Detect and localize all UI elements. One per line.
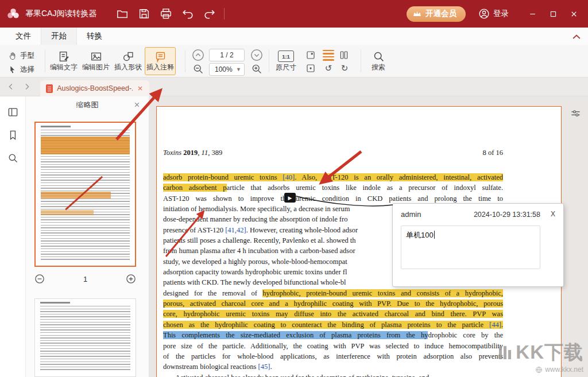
panel-close-icon[interactable] xyxy=(133,101,141,108)
tab-close-icon[interactable] xyxy=(137,85,144,92)
text-line: pore size of the particle. Additionally,… xyxy=(163,341,503,351)
text-line: downstream biological reactions [45]. xyxy=(163,362,503,372)
original-size-label: 原尺寸 xyxy=(276,63,296,72)
previous-page-button[interactable] xyxy=(192,49,204,61)
comment-close-button[interactable]: X xyxy=(549,209,557,219)
search-icon xyxy=(373,50,385,63)
close-button[interactable] xyxy=(566,6,581,21)
open-membership-label: 开通会员 xyxy=(425,9,457,19)
comment-text-input[interactable]: 单机100 xyxy=(401,226,540,269)
thumbnail-text-block xyxy=(41,126,71,127)
document-tab-bar: Auslogics-BoostSpeed-... xyxy=(0,77,588,96)
undo-icon[interactable] xyxy=(181,7,194,20)
globe-icon xyxy=(535,366,543,374)
view-settings-icon[interactable] xyxy=(570,108,581,119)
rotate-left-icon[interactable]: ↺ xyxy=(323,63,334,74)
bookmarks-icon[interactable] xyxy=(7,130,18,141)
collapse-ribbon-icon[interactable] xyxy=(571,31,582,41)
text-line: Activated charcoal has already been used… xyxy=(163,372,503,377)
next-page-button[interactable] xyxy=(250,49,263,61)
tab-home[interactable]: 开始 xyxy=(41,28,77,45)
insert-annotation-icon xyxy=(154,50,167,63)
crown-icon xyxy=(412,9,422,19)
search-button[interactable]: 搜索 xyxy=(365,47,392,75)
zoom-in-icon[interactable] xyxy=(251,63,262,75)
page-thumbnail-2[interactable] xyxy=(34,298,136,377)
zoom-out-icon[interactable] xyxy=(192,63,204,75)
search-label: 搜索 xyxy=(372,63,385,72)
thumbnail-pager: 1 xyxy=(34,271,136,286)
document-tab[interactable]: Auslogics-BoostSpeed-... xyxy=(40,80,149,96)
watermark-name: KK下载 xyxy=(516,340,583,366)
zoom-thumb-out-icon[interactable] xyxy=(34,274,45,284)
text-line: porous, activated charcoal core and a hy… xyxy=(163,298,503,309)
text-line: of the particles for whole-blood applica… xyxy=(163,351,503,362)
insert-annotation-button[interactable]: 插入注释 xyxy=(145,47,176,75)
text-line: carbon adsorbent particle that adsorbs u… xyxy=(163,182,503,193)
current-page-number: 1 xyxy=(83,275,87,283)
document-tab-title: Auslogics-BoostSpeed-... xyxy=(57,84,133,92)
document-icon xyxy=(46,84,53,93)
open-membership-button[interactable]: 开通会员 xyxy=(407,6,466,22)
document-page-header: Toxins 2019, 11, 389 8 of 16 xyxy=(163,149,503,157)
ribbon-divider xyxy=(361,50,361,72)
select-tool-button[interactable]: 选择 xyxy=(8,64,34,75)
doc-header-right: 8 of 16 xyxy=(483,149,503,157)
open-folder-icon[interactable] xyxy=(116,7,129,20)
tab-scroll-right-icon[interactable] xyxy=(22,81,32,92)
edit-image-button[interactable]: 编辑图片 xyxy=(80,47,111,75)
edit-text-button[interactable]: 编辑文字 xyxy=(48,47,79,75)
print-icon[interactable] xyxy=(160,7,172,20)
login-label: 登录 xyxy=(493,9,509,19)
redo-icon[interactable] xyxy=(203,7,216,20)
fit-width-icon[interactable] xyxy=(305,63,316,73)
titlebar: 幂果CAJ阅读转换器 开通会员 登录 xyxy=(0,0,588,28)
annotation-marker-icon[interactable]: ▶ xyxy=(284,193,296,203)
thumbnail-panel-icon[interactable] xyxy=(7,107,18,118)
text-line: This complements the size-mediated exclu… xyxy=(163,330,503,340)
thumbnail-highlight xyxy=(41,137,130,154)
thumbnail-highlight xyxy=(41,210,94,215)
thumbnail-panel: 缩略图 1 xyxy=(26,96,149,377)
text-line: adsorb protein-bound uremic toxins [40].… xyxy=(163,172,503,182)
hand-tool-button[interactable]: 手型 xyxy=(8,50,34,61)
page-number-input[interactable] xyxy=(209,49,245,61)
text-line: AST-120 was shown to improve the uremic … xyxy=(163,193,503,204)
ribbon-divider xyxy=(185,50,185,72)
ribbon-tab-row: 文件 开始 转换 xyxy=(0,28,588,45)
two-page-view-icon[interactable] xyxy=(339,50,349,60)
zoom-thumb-in-icon[interactable] xyxy=(126,274,136,284)
maximize-button[interactable] xyxy=(546,6,560,21)
watermark-logo-icon xyxy=(499,345,512,360)
rotate-right-icon[interactable]: ↻ xyxy=(339,63,350,74)
edit-text-label: 编辑文字 xyxy=(50,63,78,72)
single-page-view-icon[interactable] xyxy=(323,49,334,61)
zoom-level-select[interactable]: 100% ▼ xyxy=(209,63,245,76)
sidebar-search-icon[interactable] xyxy=(7,153,18,164)
comment-timestamp: 2024-10-29 13:31:58 xyxy=(474,211,555,219)
tab-file[interactable]: 文件 xyxy=(6,28,41,45)
cursor-icon xyxy=(8,65,17,74)
insert-shape-label: 插入形状 xyxy=(114,63,142,72)
thumbnail-panel-header: 缩略图 xyxy=(26,96,149,114)
login-button[interactable]: 登录 xyxy=(478,8,509,20)
original-size-button[interactable]: 1:1 原尺寸 xyxy=(272,47,300,75)
edit-image-label: 编辑图片 xyxy=(82,63,110,72)
chevron-down-icon: ▼ xyxy=(236,67,241,72)
fit-page-icon[interactable] xyxy=(305,50,316,60)
select-tool-label: 选择 xyxy=(20,65,34,75)
titlebar-divider xyxy=(224,8,225,20)
insert-shape-button[interactable]: 插入形状 xyxy=(113,47,144,75)
tab-scroll-left-icon[interactable] xyxy=(6,81,16,92)
minimize-button[interactable] xyxy=(525,6,540,21)
app-title: 幂果CAJ阅读转换器 xyxy=(25,9,96,19)
thumbnail-panel-title: 缩略图 xyxy=(76,100,99,110)
tab-convert[interactable]: 转换 xyxy=(77,28,112,45)
doc-header-left: Toxins 2019, 11, 389 xyxy=(163,149,222,157)
user-icon xyxy=(478,8,490,20)
left-sidebar-strip xyxy=(0,96,26,377)
save-icon[interactable] xyxy=(138,7,150,20)
thumbnail-text-block xyxy=(40,306,130,372)
page-thumbnail-1[interactable] xyxy=(34,122,136,267)
document-viewport: Toxins 2019, 11, 389 8 of 16 adsorb prot… xyxy=(149,96,588,377)
